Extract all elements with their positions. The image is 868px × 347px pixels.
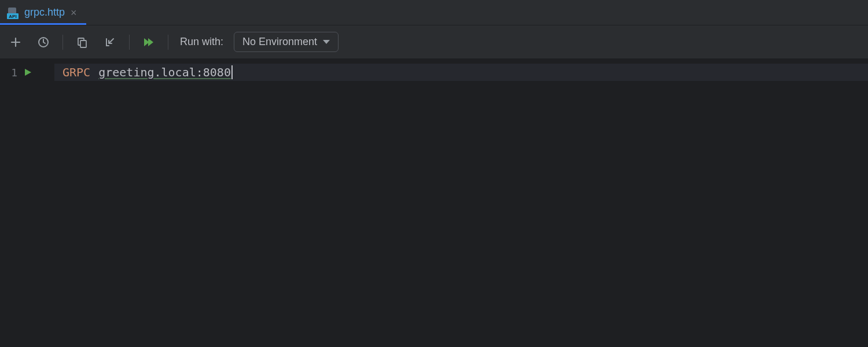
grpc-keyword: GRPC: [62, 65, 90, 79]
editor-toolbar: Run with: No Environment: [0, 25, 868, 59]
environment-value: No Environment: [242, 36, 317, 48]
separator: [168, 35, 168, 50]
endpoint-url: greeting.local:8080: [98, 65, 231, 79]
tab-filename: grpc.http: [24, 6, 65, 19]
gutter-row: 1: [0, 64, 45, 81]
file-tab[interactable]: API grpc.http ×: [0, 0, 86, 25]
svg-text:API: API: [9, 14, 16, 19]
active-tab-underline: [0, 23, 86, 25]
code-line[interactable]: GRPC greeting.local:8080: [54, 64, 868, 81]
import-button[interactable]: [101, 34, 119, 51]
marker-strip: [49, 59, 54, 347]
api-file-icon: API: [7, 6, 20, 19]
chevron-down-icon: [323, 40, 330, 44]
svg-rect-5: [80, 40, 86, 47]
add-request-button[interactable]: [7, 34, 24, 51]
text-caret: [231, 65, 233, 79]
code-editor[interactable]: 1 GRPC greeting.local:8080: [0, 59, 868, 347]
run-all-button[interactable]: [140, 34, 157, 51]
close-icon[interactable]: ×: [69, 8, 78, 18]
separator: [62, 35, 63, 50]
gutter: 1: [0, 59, 45, 347]
run-line-icon[interactable]: [23, 68, 32, 77]
separator: [129, 35, 130, 50]
environment-dropdown[interactable]: No Environment: [234, 32, 339, 52]
run-with-label: Run with:: [180, 36, 223, 48]
history-button[interactable]: [35, 34, 52, 51]
copy-button[interactable]: [73, 34, 91, 51]
line-number: 1: [6, 67, 17, 79]
tab-bar: API grpc.http ×: [0, 0, 868, 25]
code-area[interactable]: GRPC greeting.local:8080: [54, 59, 868, 347]
